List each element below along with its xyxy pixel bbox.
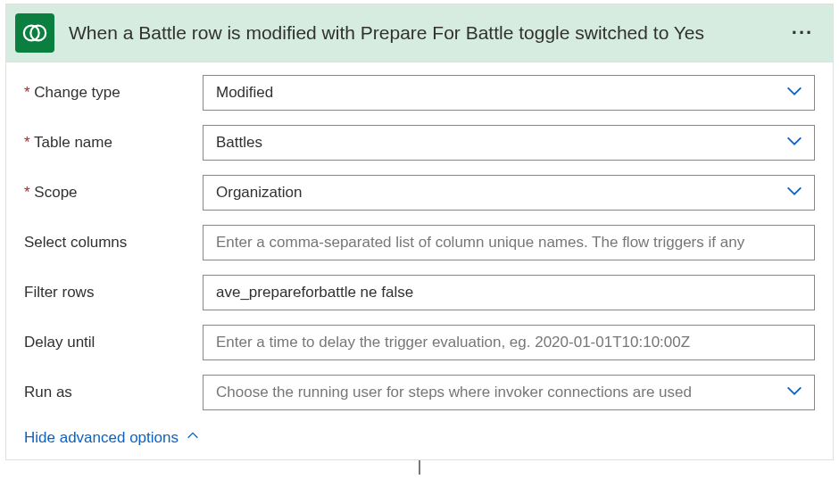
- field-row-filter-rows: Filter rows: [24, 275, 815, 310]
- field-row-table-name: Table name Battles: [24, 125, 815, 161]
- label-filter-rows: Filter rows: [24, 284, 203, 302]
- scope-select[interactable]: Organization: [203, 175, 815, 211]
- filter-rows-input[interactable]: [216, 284, 802, 302]
- label-table-name: Table name: [24, 134, 203, 152]
- table-name-select[interactable]: Battles: [203, 125, 815, 161]
- label-select-columns: Select columns: [24, 234, 203, 252]
- field-row-scope: Scope Organization: [24, 175, 815, 211]
- run-as-select[interactable]: Choose the running user for steps where …: [203, 375, 815, 410]
- trigger-card: When a Battle row is modified with Prepa…: [5, 4, 834, 460]
- table-name-value: Battles: [216, 134, 262, 152]
- label-delay-until: Delay until: [24, 334, 203, 351]
- run-as-placeholder: Choose the running user for steps where …: [216, 384, 692, 401]
- field-row-delay-until: Delay until: [24, 325, 815, 360]
- label-run-as: Run as: [24, 384, 203, 401]
- dataverse-icon: [15, 13, 54, 53]
- card-body: Change type Modified Table name Battles …: [6, 62, 833, 459]
- change-type-select[interactable]: Modified: [203, 75, 815, 111]
- select-columns-input[interactable]: [216, 234, 802, 252]
- label-scope: Scope: [24, 184, 203, 202]
- card-title[interactable]: When a Battle row is modified with Prepa…: [54, 22, 786, 44]
- chevron-up-icon: [186, 428, 200, 447]
- change-type-value: Modified: [216, 84, 273, 102]
- hide-advanced-options-link[interactable]: Hide advanced options: [24, 425, 200, 447]
- hide-advanced-options-label: Hide advanced options: [24, 429, 179, 447]
- field-row-change-type: Change type Modified: [24, 75, 815, 111]
- delay-until-input[interactable]: [216, 334, 802, 351]
- flow-connector-line: [419, 460, 420, 475]
- scope-value: Organization: [216, 184, 302, 202]
- field-row-run-as: Run as Choose the running user for steps…: [24, 375, 815, 410]
- card-header: When a Battle row is modified with Prepa…: [6, 4, 833, 62]
- field-row-select-columns: Select columns: [24, 225, 815, 260]
- label-change-type: Change type: [24, 84, 203, 102]
- more-menu-button[interactable]: ···: [786, 21, 818, 45]
